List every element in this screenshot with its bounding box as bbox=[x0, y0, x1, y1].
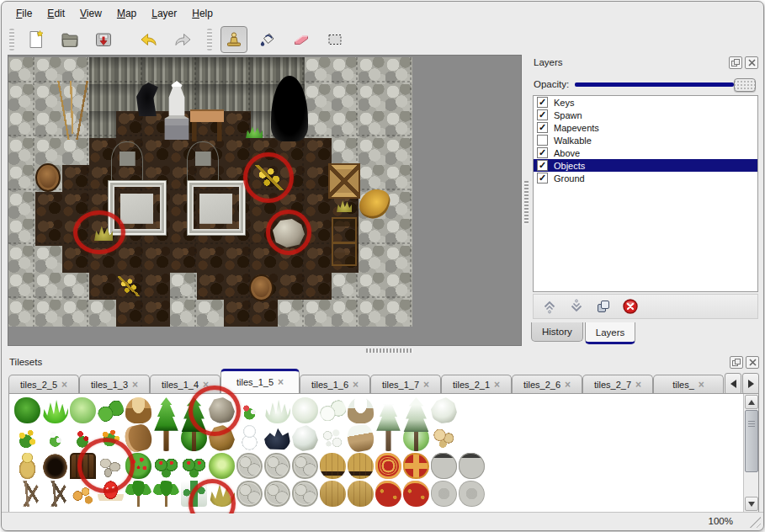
tile-stump[interactable] bbox=[125, 397, 151, 423]
opacity-slider-handle[interactable] bbox=[734, 78, 756, 92]
tile-woodTop[interactable] bbox=[320, 453, 346, 479]
menu-edit[interactable]: Edit bbox=[40, 6, 72, 21]
tab-history[interactable]: History bbox=[531, 322, 583, 342]
tile-pileDark[interactable] bbox=[264, 425, 290, 451]
tile-scarecrow[interactable] bbox=[14, 453, 40, 479]
duplicate-layer-button[interactable] bbox=[594, 297, 613, 316]
tile-bushLight[interactable] bbox=[70, 397, 96, 423]
tileset-tab-tiles_1_5[interactable]: tiles_1_5× bbox=[220, 369, 300, 393]
close-tab-icon[interactable]: × bbox=[278, 376, 284, 388]
layer-row-above[interactable]: ✓Above bbox=[534, 146, 757, 159]
checkbox[interactable]: ✓ bbox=[537, 147, 548, 158]
float-panel-button[interactable] bbox=[729, 56, 742, 69]
tileset-tab-tiles_2_1[interactable]: tiles_2_1× bbox=[441, 375, 512, 393]
redo-button[interactable] bbox=[169, 26, 196, 53]
scroll-tabs-left-button[interactable] bbox=[725, 373, 741, 395]
map-viewport[interactable] bbox=[8, 55, 522, 346]
close-tab-icon[interactable]: × bbox=[699, 379, 704, 391]
tile-grayTile[interactable] bbox=[459, 481, 485, 507]
tile-deadTree[interactable] bbox=[14, 481, 40, 507]
tile-carpetFull[interactable] bbox=[403, 481, 429, 507]
scroll-up-button[interactable] bbox=[745, 395, 758, 409]
tile-stoneBlock[interactable] bbox=[236, 481, 263, 507]
close-tab-icon[interactable]: × bbox=[353, 379, 359, 391]
layer-row-keys[interactable]: ✓Keys bbox=[534, 96, 757, 109]
tile-stoneBlock[interactable] bbox=[236, 453, 263, 479]
close-tab-icon[interactable]: × bbox=[61, 379, 67, 391]
tile-snowBush[interactable] bbox=[292, 397, 318, 423]
tile-bushDark[interactable] bbox=[14, 397, 40, 423]
tile-stoneBlock[interactable] bbox=[292, 453, 318, 479]
tile-woodFloor[interactable] bbox=[348, 481, 374, 507]
tileset-tab-tiles[interactable]: tiles_× bbox=[653, 375, 724, 393]
tile-palm[interactable] bbox=[125, 481, 151, 507]
tile-snowman[interactable] bbox=[236, 425, 263, 451]
tile-snowMound[interactable] bbox=[431, 397, 457, 423]
map-canvas[interactable] bbox=[8, 57, 412, 327]
checkbox[interactable]: ✓ bbox=[537, 122, 548, 133]
tile-snowTreeTall[interactable] bbox=[375, 397, 401, 451]
layer-row-objects[interactable]: ✓Objects bbox=[534, 159, 757, 172]
resize-grip-icon[interactable] bbox=[748, 515, 761, 528]
checkbox[interactable] bbox=[537, 135, 548, 146]
stamp-tool-button[interactable] bbox=[220, 26, 247, 53]
tile-carpetFull[interactable] bbox=[375, 481, 401, 507]
raise-layer-button[interactable] bbox=[540, 297, 559, 316]
tile-carpetCross[interactable] bbox=[403, 453, 429, 479]
close-tab-icon[interactable]: × bbox=[635, 379, 641, 391]
tile-palm[interactable] bbox=[153, 481, 179, 507]
tile-berries2[interactable] bbox=[181, 453, 207, 479]
menu-view[interactable]: View bbox=[72, 6, 109, 21]
tileset-tab-tiles_1_6[interactable]: tiles_1_6× bbox=[300, 375, 370, 393]
layer-row-spawn[interactable]: ✓Spawn bbox=[534, 109, 757, 121]
tile-hole[interactable] bbox=[42, 453, 68, 479]
select-tool-button[interactable] bbox=[321, 26, 348, 53]
checkbox[interactable]: ✓ bbox=[537, 97, 548, 108]
close-tab-icon[interactable]: × bbox=[423, 379, 429, 391]
scrollbar-thumb[interactable] bbox=[745, 410, 758, 472]
tile-branchesSnow[interactable] bbox=[320, 425, 346, 451]
tile-logSnow[interactable] bbox=[346, 423, 376, 454]
horizontal-splitter[interactable] bbox=[8, 348, 761, 354]
tile-carpetOrnate[interactable] bbox=[375, 453, 401, 479]
menu-help[interactable]: Help bbox=[184, 6, 220, 21]
vertical-splitter[interactable] bbox=[523, 55, 529, 346]
tileset-scrollbar[interactable] bbox=[743, 394, 758, 512]
tile-bushes2[interactable] bbox=[98, 397, 124, 423]
tile-flowersYellow[interactable] bbox=[14, 425, 40, 451]
close-tab-icon[interactable]: × bbox=[132, 379, 138, 391]
tile-woodTop[interactable] bbox=[348, 453, 374, 479]
tile-grayTop[interactable] bbox=[459, 453, 485, 479]
scroll-down-button[interactable] bbox=[745, 497, 758, 511]
opacity-slider[interactable] bbox=[575, 82, 734, 87]
tile-lettuce[interactable] bbox=[209, 453, 235, 479]
menu-file[interactable]: File bbox=[8, 6, 40, 21]
tile-woodFloor[interactable] bbox=[320, 481, 346, 507]
tile-snowGrass[interactable] bbox=[264, 397, 290, 423]
save-button[interactable] bbox=[90, 26, 117, 53]
tile-treeTall[interactable] bbox=[153, 397, 179, 451]
undo-button[interactable] bbox=[135, 26, 162, 53]
checkbox[interactable]: ✓ bbox=[537, 173, 548, 184]
tileset-tab-tiles_1_3[interactable]: tiles_1_3× bbox=[79, 375, 150, 393]
scroll-tabs-right-button[interactable] bbox=[742, 373, 759, 395]
close-tab-icon[interactable]: × bbox=[565, 379, 571, 391]
close-panel-button[interactable] bbox=[746, 356, 759, 369]
tileset-tab-tiles_2_7[interactable]: tiles_2_7× bbox=[582, 375, 653, 393]
close-panel-button[interactable] bbox=[745, 56, 758, 69]
tile-grayTile[interactable] bbox=[431, 481, 457, 507]
tile-snowStump[interactable] bbox=[348, 397, 374, 423]
checkbox[interactable]: ✓ bbox=[537, 109, 548, 120]
tile-stoneBlock[interactable] bbox=[264, 453, 290, 479]
layer-row-ground[interactable]: ✓Ground bbox=[534, 172, 757, 184]
tile-deadTree2[interactable] bbox=[42, 481, 68, 507]
lower-layer-button[interactable] bbox=[567, 297, 586, 316]
float-panel-button[interactable] bbox=[730, 356, 743, 369]
tileset-tab-tiles_2_6[interactable]: tiles_2_6× bbox=[512, 375, 582, 393]
tileset-tab-tiles_1_7[interactable]: tiles_1_7× bbox=[370, 375, 441, 393]
tab-layers[interactable]: Layers bbox=[585, 322, 636, 344]
tile-stoneBlock[interactable] bbox=[264, 481, 290, 507]
checkbox[interactable]: ✓ bbox=[537, 160, 548, 171]
new-file-button[interactable] bbox=[23, 26, 50, 53]
tile-berries2[interactable] bbox=[153, 453, 179, 479]
